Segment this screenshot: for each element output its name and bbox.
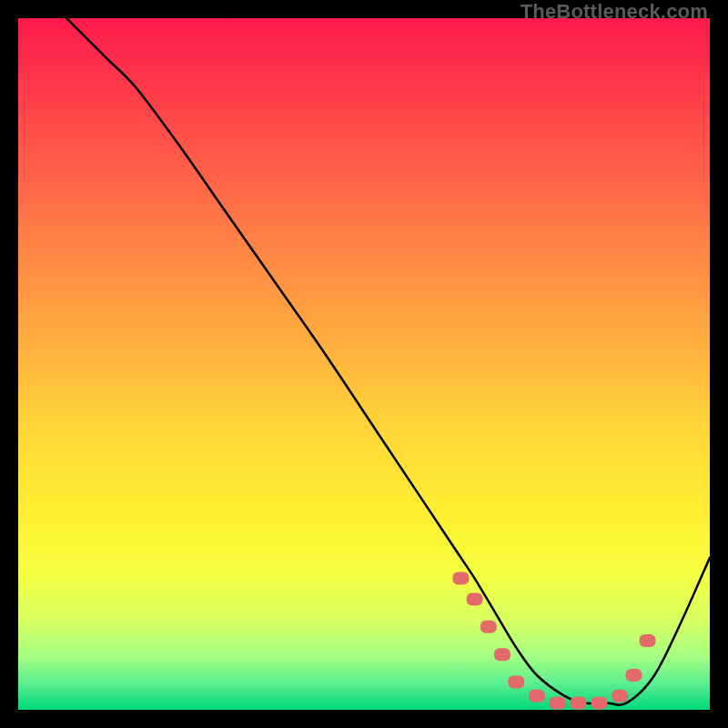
marker-dot (640, 634, 656, 647)
marker-dot (591, 696, 607, 709)
marker-dot (550, 696, 566, 709)
marker-dot (452, 572, 469, 585)
plot-area (18, 18, 710, 710)
marker-dot (467, 592, 483, 605)
curve-path (66, 18, 710, 705)
marker-dot (571, 696, 587, 709)
chart-svg (18, 18, 710, 710)
chart-frame: TheBottleneck.com (0, 0, 728, 728)
marker-dot (480, 621, 497, 633)
marker-dot (529, 690, 545, 703)
marker-dot (625, 669, 642, 682)
marker-dot (612, 690, 628, 703)
marker-dot (494, 648, 511, 661)
marker-dot (508, 676, 524, 689)
